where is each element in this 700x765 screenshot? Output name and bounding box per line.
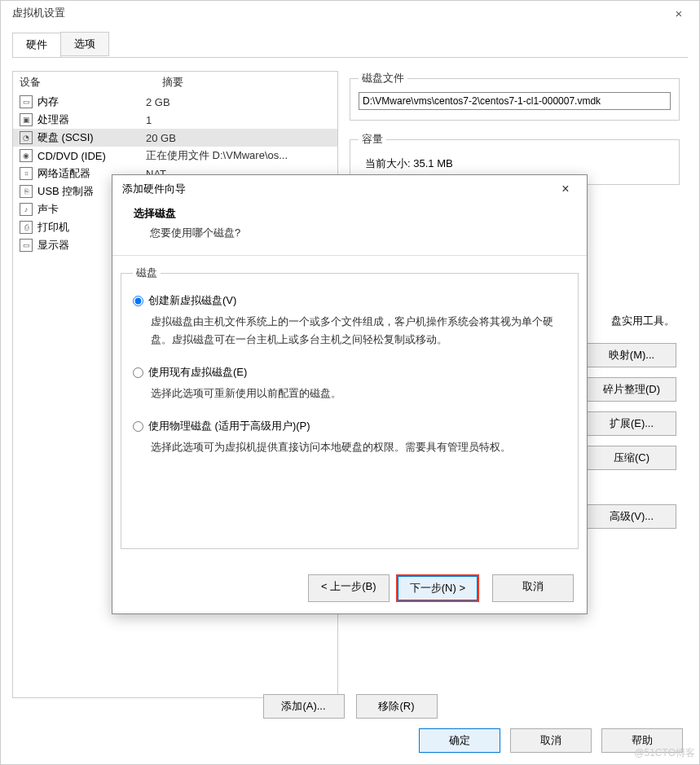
- device-icon: ▭: [20, 95, 33, 108]
- radio-create-new[interactable]: [133, 296, 143, 306]
- wizard-body: 磁盘 创建新虚拟磁盘(V) 虚拟磁盘由主机文件系统上的一个或多个文件组成，客户机…: [112, 255, 587, 570]
- opt3-label: 使用物理磁盘 (适用于高级用户)(P): [148, 419, 310, 433]
- cancel-button[interactable]: 取消: [510, 728, 592, 753]
- diskfile-group: 磁盘文件 D:\VMware\vms\centos7-2\centos7-1-c…: [350, 71, 680, 121]
- titlebar: 虚拟机设置 ×: [1, 1, 699, 24]
- device-row[interactable]: ◉CD/DVD (IDE)正在使用文件 D:\VMware\os...: [13, 147, 337, 165]
- wizard-titlebar: 添加硬件向导 ×: [112, 175, 587, 201]
- device-icon: ▣: [20, 113, 33, 126]
- device-list-header: 设备 摘要: [13, 72, 337, 93]
- tabs: 硬件 选项: [1, 24, 699, 57]
- header-device: 设备: [20, 75, 162, 90]
- advanced-button[interactable]: 高级(V)...: [587, 504, 676, 529]
- diskfile-path[interactable]: D:\VMware\vms\centos7-2\centos7-1-cl1-00…: [359, 92, 671, 110]
- wizard-close-icon[interactable]: ×: [554, 182, 577, 196]
- device-summary: 正在使用文件 D:\VMware\os...: [146, 148, 288, 163]
- capacity-legend: 容量: [359, 132, 386, 147]
- remove-device-button[interactable]: 移除(R): [356, 694, 438, 719]
- header-summary: 摘要: [162, 75, 183, 90]
- option-create-new-disk[interactable]: 创建新虚拟磁盘(V) 虚拟磁盘由主机文件系统上的一个或多个文件组成，客户机操作系…: [133, 293, 566, 349]
- wizard-header: 选择磁盘 您要使用哪个磁盘?: [112, 201, 587, 255]
- window-title: 虚拟机设置: [12, 6, 65, 20]
- opt1-desc: 虚拟磁盘由主机文件系统上的一个或多个文件组成，客户机操作系统会将其视为单个硬盘。…: [133, 308, 566, 349]
- tab-options[interactable]: 选项: [60, 32, 109, 56]
- option-existing-disk[interactable]: 使用现有虚拟磁盘(E) 选择此选项可重新使用以前配置的磁盘。: [133, 365, 566, 402]
- map-button[interactable]: 映射(M)...: [587, 343, 676, 367]
- opt2-label: 使用现有虚拟磁盘(E): [148, 365, 247, 380]
- device-row[interactable]: ▣处理器1: [13, 111, 337, 129]
- wizard-subheading: 您要使用哪个磁盘?: [134, 226, 566, 240]
- disk-choice-group: 磁盘 创建新虚拟磁盘(V) 虚拟磁盘由主机文件系统上的一个或多个文件组成，客户机…: [121, 266, 579, 549]
- diskfile-legend: 磁盘文件: [359, 71, 407, 86]
- device-summary: 1: [146, 114, 152, 126]
- device-icon: ◉: [20, 149, 33, 162]
- back-button[interactable]: < 上一步(B): [308, 574, 390, 602]
- opt3-desc: 选择此选项可为虚拟机提供直接访问本地硬盘的权限。需要具有管理员特权。: [133, 433, 566, 456]
- device-icon: ⎙: [20, 221, 33, 234]
- device-icon: ⌗: [20, 167, 33, 180]
- opt2-desc: 选择此选项可重新使用以前配置的磁盘。: [133, 380, 566, 402]
- device-name: 硬盘 (SCSI): [37, 130, 94, 145]
- wizard-footer: < 上一步(B) 下一步(N) > 取消: [308, 574, 574, 602]
- radio-physical[interactable]: [133, 421, 143, 432]
- device-icon: ▭: [20, 239, 33, 252]
- defrag-button[interactable]: 碎片整理(D): [587, 377, 676, 402]
- close-icon[interactable]: ×: [667, 7, 691, 20]
- device-row[interactable]: ▭内存2 GB: [13, 93, 337, 111]
- device-action-buttons: 添加(A)... 移除(R): [1, 694, 699, 719]
- add-hardware-wizard: 添加硬件向导 × 选择磁盘 您要使用哪个磁盘? 磁盘 创建新虚拟磁盘(V) 虚拟…: [112, 174, 588, 614]
- device-icon: ⎘: [20, 185, 33, 198]
- device-icon: ♪: [20, 203, 33, 216]
- wizard-heading: 选择磁盘: [134, 206, 566, 226]
- opt1-label: 创建新虚拟磁盘(V): [148, 293, 236, 308]
- add-device-button[interactable]: 添加(A)...: [263, 694, 345, 719]
- device-name: 显示器: [37, 238, 69, 253]
- expand-button[interactable]: 扩展(E)...: [587, 411, 676, 436]
- device-icon: ◔: [20, 131, 33, 144]
- next-button[interactable]: 下一步(N) >: [396, 574, 479, 602]
- device-name: 网络适配器: [37, 166, 90, 181]
- tab-hardware[interactable]: 硬件: [12, 33, 61, 57]
- disk-choice-legend: 磁盘: [133, 266, 161, 280]
- ok-button[interactable]: 确定: [419, 728, 500, 753]
- current-size: 当前大小: 35.1 MB: [359, 153, 671, 174]
- device-name: 内存: [37, 95, 59, 109]
- wizard-cancel-button[interactable]: 取消: [492, 574, 574, 602]
- watermark: @51CTO博客: [634, 746, 695, 760]
- device-name: 打印机: [37, 220, 69, 235]
- device-summary: 20 GB: [146, 132, 176, 144]
- device-summary: 2 GB: [146, 96, 170, 108]
- device-name: 声卡: [37, 202, 59, 217]
- device-name: 处理器: [37, 112, 69, 127]
- device-name: USB 控制器: [37, 184, 94, 199]
- option-physical-disk[interactable]: 使用物理磁盘 (适用于高级用户)(P) 选择此选项可为虚拟机提供直接访问本地硬盘…: [133, 419, 566, 456]
- compress-button[interactable]: 压缩(C): [587, 446, 676, 470]
- device-name: CD/DVD (IDE): [37, 150, 106, 162]
- wizard-title: 添加硬件向导: [122, 182, 186, 196]
- device-row[interactable]: ◔硬盘 (SCSI)20 GB: [13, 129, 337, 147]
- radio-existing[interactable]: [133, 367, 143, 378]
